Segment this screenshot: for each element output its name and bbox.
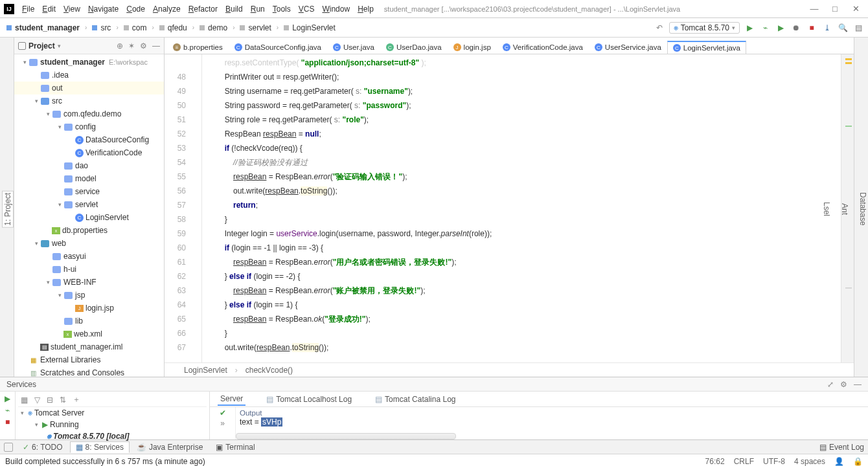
svc-tree-root[interactable]: Tomcat Server — [34, 408, 84, 417]
tree-item-servlet[interactable]: ▾servlet — [14, 198, 164, 211]
tree-item-datasourceconfig[interactable]: CDataSourceConfig — [14, 133, 164, 146]
services-hide-icon[interactable]: — — [854, 380, 862, 389]
menu-code[interactable]: Code — [124, 3, 148, 15]
tree-item-service[interactable]: service — [14, 185, 164, 198]
settings-icon[interactable]: ▤ — [852, 22, 864, 34]
services-gear-icon[interactable]: ⚙ — [840, 380, 847, 389]
svc-tree-running[interactable]: Running — [50, 420, 79, 429]
run-icon[interactable]: ▶ — [744, 22, 755, 34]
profile-icon[interactable]: ⏺ — [790, 22, 802, 34]
bottom-menu-icon[interactable] — [4, 443, 13, 452]
right-stripe-lsel[interactable]: Lsel — [821, 201, 832, 217]
crumb-src[interactable]: src — [89, 22, 113, 34]
search-icon[interactable]: 🔍 — [837, 22, 849, 34]
menu-run[interactable]: Run — [248, 3, 268, 15]
tree-item-login-jsp[interactable]: Jlogin.jsp — [14, 302, 164, 315]
crumb-servlet[interactable]: servlet — [237, 22, 273, 34]
menu-refactor[interactable]: Refactor — [186, 3, 220, 15]
output-scrollbar[interactable] — [236, 433, 456, 439]
svc-tab-localhost[interactable]: ▤Tomcat Localhost Log — [264, 394, 354, 405]
coverage-icon[interactable]: ▶ — [775, 22, 786, 34]
tree-item-loginservlet[interactable]: CLoginServlet — [14, 211, 164, 224]
crumb-student_manager[interactable]: student_manager — [4, 22, 82, 34]
tree-item-h-ui[interactable]: h-ui — [14, 263, 164, 276]
svc-stop-icon[interactable]: ■ — [5, 417, 10, 427]
tree-item-out[interactable]: out — [14, 82, 164, 94]
menu-view[interactable]: View — [61, 3, 83, 15]
tree-item-config[interactable]: ▾config — [14, 120, 164, 133]
tree-item-jsp[interactable]: ▾jsp — [14, 289, 164, 302]
bottom-tab-terminal[interactable]: ▣Terminal — [210, 441, 260, 453]
tree-item--idea[interactable]: .idea — [14, 69, 164, 82]
tree-item-student_manager[interactable]: ▾student_managerE:\workspac — [14, 56, 164, 69]
menu-edit[interactable]: Edit — [40, 3, 58, 15]
tree-item-db-properties[interactable]: xdb.properties — [14, 224, 164, 237]
editor-tab-userdao-java[interactable]: CUserDao.java — [380, 41, 448, 54]
tree-item-lib[interactable]: lib — [14, 315, 164, 327]
svc-tree-icon[interactable]: ▦ — [21, 395, 28, 405]
bottom-tab-java-enterprise[interactable]: ☕Java Enterprise — [131, 441, 209, 453]
menu-file[interactable]: File — [19, 3, 37, 15]
run-config-dropdown[interactable]: ⎈ Tomcat 8.5.70 ▾ — [669, 22, 740, 34]
svc-tree-instance[interactable]: Tomcat 8.5.70 [local] — [53, 432, 130, 441]
crumb-demo[interactable]: demo — [197, 22, 230, 34]
svc-group-icon[interactable]: ⊟ — [47, 395, 53, 405]
tree-item-verificationcode[interactable]: CVerificationCode — [14, 146, 164, 159]
tree-item-model[interactable]: model — [14, 172, 164, 185]
tree-item-external-libraries[interactable]: ▦External Libraries — [14, 353, 164, 366]
editor-tab-userservice-java[interactable]: CUserService.java — [589, 41, 667, 54]
svc-tab-server[interactable]: Server — [218, 393, 246, 406]
gear-icon[interactable]: ⚙ — [140, 41, 147, 50]
bottom-tab-services[interactable]: ▦8: Services — [70, 441, 130, 453]
expand-icon[interactable]: ✶ — [128, 41, 135, 50]
svc-add-icon[interactable]: ＋ — [73, 394, 80, 405]
hide-icon[interactable]: — — [152, 41, 160, 50]
menu-window[interactable]: Window — [319, 3, 352, 15]
project-tree[interactable]: ▾student_managerE:\workspac.ideaout▾src▾… — [14, 54, 164, 377]
maximize-button[interactable]: □ — [830, 5, 839, 14]
menu-help[interactable]: Help — [355, 3, 376, 15]
stop-icon[interactable]: ■ — [806, 22, 817, 34]
indent[interactable]: 4 spaces — [794, 457, 825, 466]
svc-scroll-icon[interactable]: » — [220, 419, 225, 428]
left-stripe-project[interactable]: 1: Project — [2, 191, 14, 228]
bottom-tab-todo[interactable]: ✓6: TODO — [17, 441, 69, 453]
tree-item-student_manager-iml[interactable]: ▤student_manager.iml — [14, 340, 164, 353]
crumb-LoginServlet[interactable]: LoginServlet — [281, 22, 338, 34]
svc-run-icon[interactable]: ▶ — [5, 394, 10, 403]
svc-sort-icon[interactable]: ⇅ — [60, 395, 66, 405]
crumb-com[interactable]: com — [121, 22, 150, 34]
tree-item-scratches-and-consoles[interactable]: ▥Scratches and Consoles — [14, 366, 164, 377]
menu-analyze[interactable]: Analyze — [150, 3, 183, 15]
minimize-button[interactable]: — — [810, 5, 819, 14]
tree-item-web[interactable]: ▾web — [14, 237, 164, 250]
tree-item-easyui[interactable]: easyui — [14, 250, 164, 263]
right-stripe-database[interactable]: Database — [858, 191, 868, 227]
debug-icon[interactable]: ⌁ — [759, 22, 771, 34]
svc-filter-icon[interactable]: ▽ — [34, 395, 40, 405]
encoding[interactable]: UTF-8 — [763, 457, 785, 466]
crumb-qfedu[interactable]: qfedu — [157, 22, 190, 34]
menu-vcs[interactable]: VCS — [296, 3, 317, 15]
tree-item-web-inf[interactable]: ▾WEB-INF — [14, 276, 164, 289]
tree-item-src[interactable]: ▾src — [14, 94, 164, 107]
tree-item-com-qfedu-demo[interactable]: ▾com.qfedu.demo — [14, 107, 164, 120]
locate-icon[interactable]: ⊕ — [117, 41, 123, 50]
update-icon[interactable]: ⤓ — [821, 22, 833, 34]
editor-tab-loginservlet-java[interactable]: CLoginServlet.java — [667, 41, 746, 54]
line-ending[interactable]: CRLF — [734, 457, 754, 466]
menu-navigate[interactable]: Navigate — [86, 3, 121, 15]
right-stripe-ant[interactable]: Ant — [839, 202, 850, 216]
svc-debug-icon[interactable]: ⌁ — [5, 406, 10, 415]
editor-tab-login-jsp[interactable]: Jlogin.jsp — [448, 41, 497, 54]
editor-tab-b-properties[interactable]: ≡b.properties — [167, 41, 229, 54]
editor-tab-datasourceconfig-java[interactable]: CDataSourceConfig.java — [229, 41, 327, 54]
tree-item-dao[interactable]: dao — [14, 159, 164, 172]
close-button[interactable]: ✕ — [851, 5, 860, 14]
services-expand-icon[interactable]: ⤢ — [827, 380, 834, 389]
editor-tab-user-java[interactable]: CUser.java — [327, 41, 380, 54]
svc-tab-catalina[interactable]: ▤Tomcat Catalina Log — [372, 394, 458, 405]
tree-item-web-xml[interactable]: xweb.xml — [14, 327, 164, 340]
menu-build[interactable]: Build — [223, 3, 246, 15]
code-editor[interactable]: resp.setContentType( "application/json;c… — [202, 54, 841, 362]
